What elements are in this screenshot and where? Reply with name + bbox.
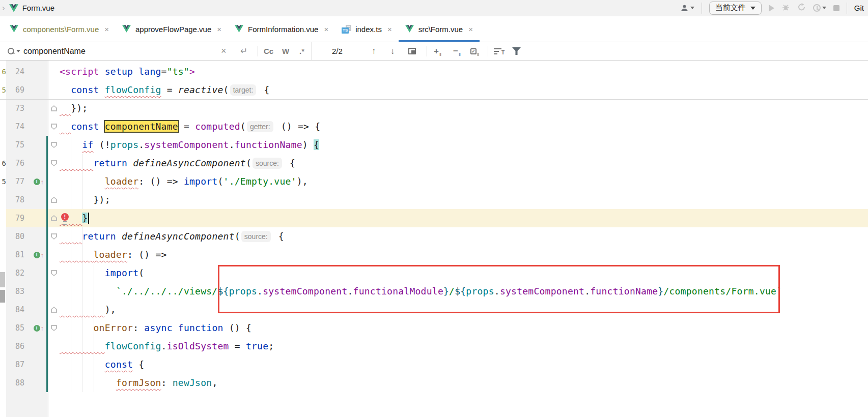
divider <box>847 3 847 14</box>
gutter[interactable]: 82 <box>6 264 48 282</box>
gutter[interactable]: 74 <box>6 117 48 136</box>
gutter[interactable]: 85I↑ <box>6 319 48 337</box>
fold-marker-icon[interactable] <box>51 270 57 276</box>
profiler-button[interactable] <box>797 3 806 13</box>
code-text[interactable]: ! } <box>60 209 868 227</box>
fold-marker-icon[interactable] <box>51 124 57 130</box>
implemented-marker-icon[interactable]: I↑ <box>34 324 44 332</box>
chevron-down-icon <box>690 7 694 9</box>
match-count: 2/2 <box>332 42 343 60</box>
tab-label: components\Form.vue <box>23 25 99 34</box>
close-icon[interactable]: × <box>387 25 392 34</box>
code-text[interactable]: <script setup lang="ts"> <box>60 63 868 81</box>
fold-marker-icon[interactable] <box>51 197 57 203</box>
code-text[interactable]: formJson: newJson, <box>60 374 868 392</box>
close-icon[interactable]: × <box>324 25 328 34</box>
fold-marker-icon[interactable] <box>51 233 57 240</box>
fold-column <box>48 154 60 172</box>
left-edge-strip <box>0 99 6 117</box>
gutter[interactable]: 79 <box>6 209 48 227</box>
code-line-86: 86 flowConfig.isOldSystem = true; <box>0 337 868 355</box>
next-match-button[interactable]: ↓ <box>390 42 395 60</box>
debug-button[interactable] <box>781 3 790 13</box>
implemented-marker-icon[interactable]: I↑ <box>34 178 44 186</box>
code-text[interactable]: return defineAsyncComponent(source: { <box>60 154 868 172</box>
user-account-button[interactable] <box>680 4 694 12</box>
code-text[interactable]: const flowConfig = reactive(target: { <box>60 81 868 99</box>
inlay-hint: target: <box>230 84 257 96</box>
tab-components-form-vue[interactable]: components\Form.vue × <box>3 16 116 42</box>
fold-column <box>48 136 60 154</box>
vcs-change-bar <box>46 136 48 154</box>
tab-src-form-vue[interactable]: src\Form.vue × <box>399 16 480 42</box>
gutter[interactable]: 87 <box>6 355 48 374</box>
gutter[interactable]: 86 <box>6 337 48 355</box>
match-case-toggle[interactable]: Cc <box>264 42 273 60</box>
code-text[interactable]: const componentName = computed(getter: (… <box>60 117 868 136</box>
previous-match-button[interactable]: ↑ <box>372 42 376 60</box>
fold-marker-icon[interactable] <box>51 307 57 313</box>
code-text[interactable]: }); <box>60 191 868 209</box>
code-text[interactable]: loader: () => <box>60 246 868 264</box>
code-editor[interactable]: 624<script setup lang="ts">569 const flo… <box>0 61 868 417</box>
gutter[interactable]: 81I↑ <box>6 246 48 264</box>
gutter[interactable]: 83 <box>6 282 48 301</box>
search-options-icon[interactable]: T <box>494 42 501 60</box>
gutter[interactable]: 78 <box>6 191 48 209</box>
code-line-76: 676 return defineAsyncComponent(source: … <box>0 154 868 172</box>
select-all-occurrences-button[interactable]: ✓II <box>470 42 479 60</box>
search-icon[interactable] <box>7 42 20 60</box>
code-text[interactable]: loader: () => import('./Empty.vue'), <box>60 172 868 191</box>
search-input[interactable] <box>23 47 212 56</box>
code-text[interactable]: return defineAsyncComponent(source: { <box>60 227 868 246</box>
gutter[interactable]: 69 <box>6 81 48 99</box>
open-in-find-window-button[interactable] <box>408 42 416 60</box>
fold-marker-icon[interactable] <box>51 160 57 166</box>
code-text[interactable]: if (!props.systemComponent.functionName)… <box>60 136 868 154</box>
run-button[interactable] <box>769 5 774 12</box>
fold-marker-icon[interactable] <box>51 142 57 148</box>
gutter[interactable]: 76 <box>6 154 48 172</box>
run-configuration-select[interactable]: 当前文件 <box>709 2 762 15</box>
git-widget[interactable]: Git <box>854 4 864 12</box>
gutter[interactable]: 24 <box>6 63 48 81</box>
fold-marker-icon[interactable] <box>51 215 57 221</box>
code-text[interactable]: }); <box>60 99 868 117</box>
implemented-marker-icon[interactable]: I↑ <box>34 251 44 259</box>
line-number: 69 <box>6 85 24 95</box>
stop-button[interactable] <box>833 5 839 11</box>
tab-form-information[interactable]: FormInformation.vue × <box>228 16 335 42</box>
code-line-80: 80 return defineAsyncComponent(source: { <box>0 227 868 246</box>
tab-index-ts[interactable]: TS index.ts × <box>335 16 398 42</box>
regex-toggle[interactable]: .* <box>299 42 304 60</box>
newline-icon[interactable]: ↵ <box>240 42 247 60</box>
code-text[interactable]: const { <box>60 355 868 374</box>
fold-marker-icon[interactable] <box>51 105 57 111</box>
whole-words-toggle[interactable]: W <box>282 42 289 60</box>
left-edge-strip <box>0 282 6 301</box>
gutter[interactable]: 75 <box>6 136 48 154</box>
gutter[interactable]: 77I↑ <box>6 172 48 191</box>
filter-icon[interactable] <box>512 42 521 60</box>
gutter[interactable]: 84 <box>6 301 48 319</box>
fold-column <box>48 117 60 136</box>
vcs-change-bar <box>46 374 48 392</box>
error-bulb-icon[interactable]: ! <box>61 213 69 221</box>
gutter[interactable]: 88 <box>6 374 48 392</box>
gutter[interactable]: 80 <box>6 227 48 246</box>
fold-column <box>48 191 60 209</box>
close-icon[interactable]: × <box>217 25 221 34</box>
add-occurrence-button[interactable]: +II <box>434 42 441 60</box>
remove-occurrence-button[interactable]: −II <box>453 42 460 60</box>
fold-marker-icon[interactable] <box>51 325 57 331</box>
run-with-coverage-button[interactable] <box>813 4 826 12</box>
close-icon[interactable]: × <box>104 25 109 34</box>
tab-approve-flow-page[interactable]: approveFlowPage.vue × <box>116 16 228 42</box>
code-line-75: 75 if (!props.systemComponent.functionNa… <box>0 136 868 154</box>
clear-search-icon[interactable]: × <box>221 42 227 60</box>
close-icon[interactable]: × <box>468 25 473 34</box>
code-text[interactable]: flowConfig.isOldSystem = true; <box>60 337 868 355</box>
search-match-current: componentName <box>105 121 178 132</box>
code-text[interactable]: onError: async function () { <box>60 319 868 337</box>
gutter[interactable]: 73 <box>6 99 48 117</box>
